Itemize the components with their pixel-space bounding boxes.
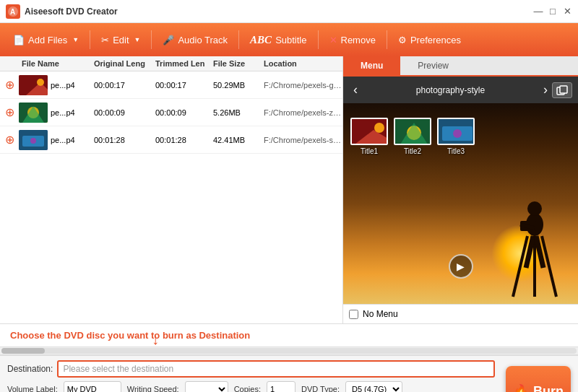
nav-prev-arrow[interactable]: ‹ [349,81,362,99]
row-size-2: 5.26MB [213,108,264,117]
close-button[interactable]: ✕ [562,6,572,17]
audio-track-icon: 🎤 [163,35,174,45]
table-row[interactable]: ⊕ pe...p4 00:00:17 00:00:17 50.29MB F:/C… [0,71,342,99]
burn-button[interactable]: 🔥 Burn [506,366,571,392]
tab-menu[interactable]: Menu [343,56,400,75]
annotation-area: Choose the DVD disc you want to burn as … [0,323,578,347]
row-thumbnail-1 [19,75,48,95]
add-files-icon: 📄 [13,35,25,45]
right-panel: Menu Preview ‹ photography-style › [343,56,578,323]
writing-speed-select[interactable] [185,381,228,392]
row-location-1: F:/Chrome/pexels-gylfi-g... [264,81,342,90]
destination-row: Destination: Please select the destinati… [7,360,495,378]
row-name-3: pe...p4 [51,136,94,144]
file-rows: ⊕ pe...p4 00:00:17 00:00:17 50.29MB F:/C… [0,71,342,323]
toolbar-divider-5 [387,30,387,49]
scrollbar-track[interactable] [1,348,577,354]
menu-nav: ‹ photography-style › [343,77,578,103]
add-files-button[interactable]: 📄 Add Files ▼ [6,31,86,49]
toolbar-divider-3 [238,30,239,49]
title-bar: A Aiseesoft DVD Creator — □ ✕ [0,0,578,23]
no-menu-label: No Menu [363,309,398,319]
row-add-button-1[interactable]: ⊕ [3,79,16,92]
dvd-title-3-label: Title3 [447,147,465,155]
copies-input[interactable] [267,381,296,392]
annotation-text: Choose the DVD disc you want to burn as … [0,330,250,341]
dvd-type-select[interactable]: D5 (4.7G) [345,381,402,392]
col-header-original: Original Leng [94,59,155,68]
row-trimmed-3: 00:01:28 [155,136,213,144]
table-row[interactable]: ⊕ pe...p4 00:01:28 00:01:28 42.41MB F:/C… [0,126,342,154]
volume-label: Volume Label: [7,385,58,392]
audio-track-button[interactable]: 🎤 Audio Track [155,31,235,49]
destination-select[interactable]: Please select the destination [57,360,495,378]
preferences-button[interactable]: ⚙ Preferences [391,31,468,49]
row-original-2: 00:00:09 [94,108,155,117]
preferences-icon: ⚙ [398,35,407,45]
table-row[interactable]: ⊕ pe...p4 00:00:09 00:00:09 5.26MB F:/Ch… [0,99,342,126]
col-header-size: File Size [213,59,264,68]
svg-rect-12 [560,86,567,93]
col-header-location: Location [264,59,342,68]
tab-preview[interactable]: Preview [400,56,466,75]
file-panel: File Name Original Leng Trimmed Len File… [0,56,343,323]
row-trimmed-2: 00:00:09 [155,108,213,117]
app-title: Aiseesoft DVD Creator [25,6,118,17]
title-thumbnails: Title1 Title2 [350,118,475,155]
settings-row: Volume Label: Writing Speed: Copies: DVD… [7,381,495,392]
no-menu-checkbox[interactable] [349,310,358,319]
dvd-title-thumb-2: Title2 [394,118,431,155]
row-size-3: 42.41MB [213,136,264,144]
row-thumbnail-3 [19,130,48,150]
row-trimmed-1: 00:00:17 [155,81,213,90]
svg-point-10 [30,138,36,144]
no-menu-row: No Menu [343,304,578,323]
toolbar: 📄 Add Files ▼ ✂ Edit ▼ 🎤 Audio Track ABC… [0,23,578,56]
writing-speed-label: Writing Speed: [127,385,179,392]
edit-button[interactable]: ✂ Edit ▼ [94,31,147,49]
annotation-arrow-icon: ↓ [152,331,159,348]
window-controls: — □ ✕ [533,6,572,17]
bottom-content: Destination: Please select the destinati… [7,360,571,392]
toolbar-divider-2 [151,30,152,49]
file-table-header: File Name Original Leng Trimmed Len File… [0,56,342,71]
edit-icon: ✂ [101,35,109,45]
svg-point-4 [37,79,44,86]
main-content: File Name Original Leng Trimmed Len File… [0,56,578,323]
menu-style-name: photography-style [362,85,539,95]
edit-dropdown-arrow: ▼ [134,36,141,43]
volume-input[interactable] [64,381,121,392]
scrollbar-row[interactable] [0,347,578,355]
dvd-type-label: DVD Type: [301,385,340,392]
row-location-2: F:/Chrome/pexels-zuzann... [264,108,342,117]
copies-label: Copies: [234,385,261,392]
dvd-title-thumb-3: Title3 [437,118,475,155]
dvd-thumb-img-1 [350,118,388,145]
row-add-button-2[interactable]: ⊕ [3,106,16,119]
dvd-title-thumb-1: Title1 [350,118,388,155]
svg-point-24 [374,123,384,133]
subtitle-button[interactable]: ABC Subtitle [243,30,314,50]
row-size-1: 50.29MB [213,81,264,90]
maximize-button[interactable]: □ [548,6,558,17]
remove-button[interactable]: ✕ Remove [322,31,383,49]
row-location-3: F:/Chrome/pexels-super-l... [264,136,342,144]
svg-point-14 [527,201,542,216]
dvd-title-2-label: Title2 [404,147,421,155]
svg-text:A: A [10,8,15,16]
toolbar-divider-4 [318,30,319,49]
row-original-1: 00:00:17 [94,81,155,90]
dvd-thumb-img-2 [394,118,431,145]
minimize-button[interactable]: — [533,6,543,17]
dvd-menu-preview: Title1 Title2 [343,103,578,304]
row-name-1: pe...p4 [51,81,94,90]
row-name-2: pe...p4 [51,108,94,117]
dvd-play-button[interactable]: ▶ [449,254,473,279]
menu-copy-button[interactable] [552,82,572,98]
scrollbar-thumb[interactable] [1,348,45,354]
nav-next-arrow[interactable]: › [539,81,552,99]
burn-icon: 🔥 [513,383,529,392]
col-header-trimmed: Trimmed Len [155,59,213,68]
dvd-title-1-label: Title1 [361,147,378,155]
row-add-button-3[interactable]: ⊕ [3,134,16,147]
